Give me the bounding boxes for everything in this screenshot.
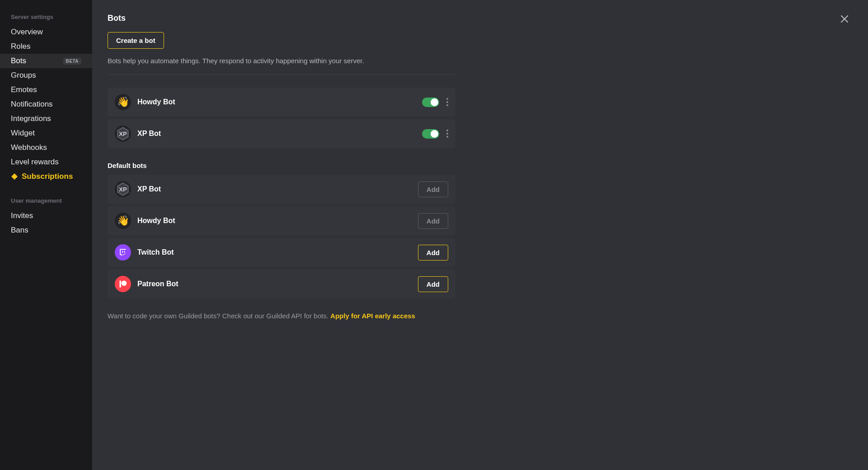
section-header-user: User management [0, 195, 92, 207]
diamond-icon [11, 173, 18, 180]
bot-name: Howdy Bot [137, 217, 418, 225]
create-bot-button[interactable]: Create a bot [108, 32, 164, 49]
sidebar-item-label: Notifications [11, 100, 53, 109]
bot-name: Howdy Bot [137, 98, 422, 106]
divider [108, 74, 455, 75]
wave-icon: 👋 [117, 215, 129, 227]
bot-avatar: XP [115, 181, 131, 197]
default-bot-row: XP XP Bot Add [108, 175, 455, 204]
close-button[interactable] [839, 14, 850, 24]
sidebar-item-groups[interactable]: Groups [0, 68, 92, 83]
page-title: Bots [108, 14, 455, 23]
beta-badge: BETA [63, 58, 81, 65]
sidebar-item-widget[interactable]: Widget [0, 126, 92, 140]
add-bot-button[interactable]: Add [418, 181, 448, 197]
sidebar-item-label: Invites [11, 211, 33, 220]
bot-toggle[interactable] [422, 98, 439, 107]
sidebar-item-label: Roles [11, 42, 30, 51]
sidebar-item-label: Groups [11, 71, 36, 80]
section-header-server: Server settings [0, 11, 92, 23]
bot-avatar: XP [115, 126, 131, 142]
bot-name: XP Bot [137, 130, 422, 138]
footer-text: Want to code your own Guilded bots? Chec… [108, 312, 455, 320]
sidebar: Server settings Overview Roles Bots BETA… [0, 0, 92, 470]
bot-avatar: 👋 [115, 94, 131, 110]
default-bot-row: Twitch Bot Add [108, 238, 455, 267]
add-bot-button[interactable]: Add [418, 276, 448, 292]
bot-name: Patreon Bot [137, 280, 418, 288]
sidebar-item-invites[interactable]: Invites [0, 209, 92, 223]
bot-name: Twitch Bot [137, 248, 418, 256]
default-bot-row: 👋 Howdy Bot Add [108, 206, 455, 235]
bot-row: 👋 Howdy Bot [108, 88, 455, 116]
sidebar-item-overview[interactable]: Overview [0, 25, 92, 39]
sidebar-item-emotes[interactable]: Emotes [0, 83, 92, 97]
sidebar-item-label: Level rewards [11, 158, 59, 167]
bot-row: XP XP Bot [108, 119, 455, 148]
add-bot-button[interactable]: Add [418, 245, 448, 261]
api-access-link[interactable]: Apply for API early access [330, 312, 415, 320]
sidebar-item-notifications[interactable]: Notifications [0, 97, 92, 112]
twitch-icon [118, 248, 127, 257]
sidebar-item-label: Widget [11, 129, 35, 138]
bot-avatar: 👋 [115, 213, 131, 229]
close-icon [839, 14, 850, 24]
sidebar-item-subscriptions[interactable]: Subscriptions [0, 169, 92, 184]
bot-toggle[interactable] [422, 129, 439, 139]
bot-menu-button[interactable] [446, 97, 448, 107]
sidebar-item-bots[interactable]: Bots BETA [0, 54, 92, 68]
bot-menu-button[interactable] [446, 128, 448, 139]
sidebar-item-level-rewards[interactable]: Level rewards [0, 155, 92, 169]
svg-point-2 [122, 281, 127, 286]
sidebar-item-bans[interactable]: Bans [0, 223, 92, 237]
sidebar-item-integrations[interactable]: Integrations [0, 112, 92, 126]
xp-icon: XP [116, 182, 130, 196]
xp-icon: XP [116, 127, 130, 140]
bot-avatar [115, 244, 131, 261]
page-description: Bots help you automate things. They resp… [108, 57, 455, 65]
add-bot-button[interactable]: Add [418, 213, 448, 229]
sidebar-item-label: Integrations [11, 114, 51, 123]
sidebar-item-label: Emotes [11, 85, 37, 94]
default-bots-title: Default bots [108, 162, 455, 169]
sidebar-item-label: Bans [11, 226, 28, 235]
sidebar-item-webhooks[interactable]: Webhooks [0, 140, 92, 155]
patreon-icon [118, 279, 127, 289]
svg-rect-1 [120, 281, 121, 288]
default-bot-row: Patreon Bot Add [108, 270, 455, 298]
sidebar-item-label: Overview [11, 28, 43, 37]
sidebar-item-roles[interactable]: Roles [0, 39, 92, 54]
svg-marker-0 [11, 173, 18, 180]
main-content: Bots Create a bot Bots help you automate… [92, 0, 868, 470]
sidebar-item-label: Subscriptions [22, 172, 73, 181]
bot-avatar [115, 276, 131, 292]
wave-icon: 👋 [117, 96, 129, 108]
bot-name: XP Bot [137, 185, 418, 193]
sidebar-item-label: Webhooks [11, 143, 47, 152]
sidebar-item-label: Bots [11, 56, 26, 65]
